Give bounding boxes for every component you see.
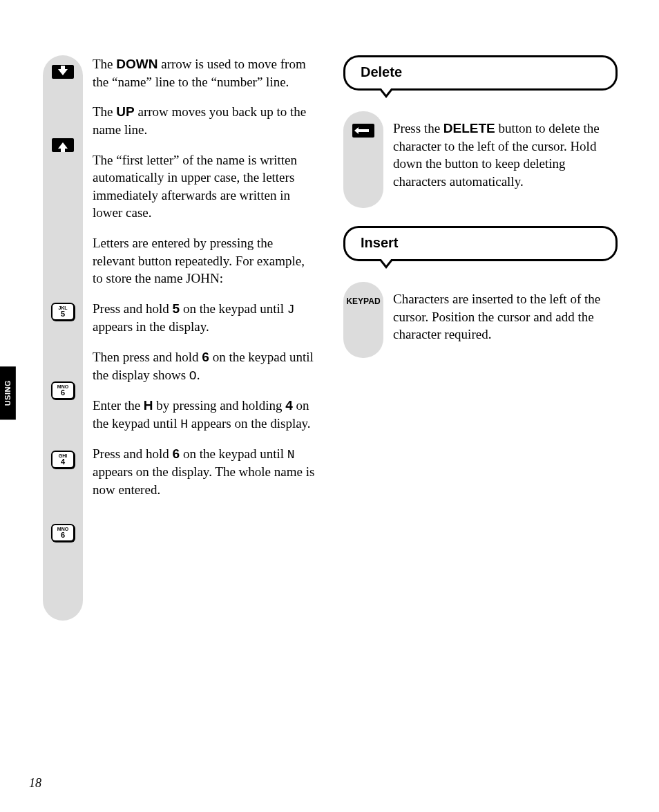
- down-arrow-icon: [52, 65, 74, 79]
- left-column: JKL 5 MNO 6 GHI 4: [43, 55, 317, 621]
- right-column: Delete Press the DELETE button to delete…: [343, 55, 618, 621]
- para-press-6-n: Press and hold 6 on the keypad until N a…: [93, 445, 317, 499]
- up-arrow-icon: [52, 138, 74, 152]
- left-icon-gutter: JKL 5 MNO 6 GHI 4: [43, 55, 83, 621]
- keypad-label-icon: KEYPAD: [346, 296, 380, 307]
- keypad-6b-icon: MNO 6: [51, 524, 75, 542]
- delete-key-icon: [352, 124, 374, 138]
- para-first-letter: The “first letter” of the name is writte…: [93, 151, 317, 223]
- para-letters-entered: Letters are entered by pressing the rele…: [93, 234, 317, 287]
- para-press-4-h: Enter the H by pressing and holding 4 on…: [93, 397, 317, 433]
- para-press-6-o: Then press and hold 6 on the keypad unti…: [93, 348, 317, 384]
- para-insert: Characters are inserted to the left of t…: [393, 290, 618, 343]
- para-up-arrow: The UP arrow moves you back up to the na…: [93, 103, 317, 138]
- keypad-4-icon: GHI 4: [51, 451, 75, 469]
- para-down-arrow: The DOWN arrow is used to move from the …: [93, 55, 317, 91]
- side-tab-using: USING: [0, 366, 16, 419]
- delete-icon-gutter: [343, 111, 383, 208]
- insert-icon-gutter: KEYPAD: [343, 282, 383, 358]
- para-press-5: Press and hold 5 on the keypad until J a…: [93, 300, 317, 336]
- page-number: 18: [29, 775, 41, 791]
- keypad-5-icon: JKL 5: [51, 303, 75, 321]
- delete-heading: Delete: [343, 55, 618, 91]
- insert-heading: Insert: [343, 226, 618, 261]
- keypad-6-icon: MNO 6: [51, 381, 75, 399]
- para-delete: Press the DELETE button to delete the ch…: [393, 120, 618, 191]
